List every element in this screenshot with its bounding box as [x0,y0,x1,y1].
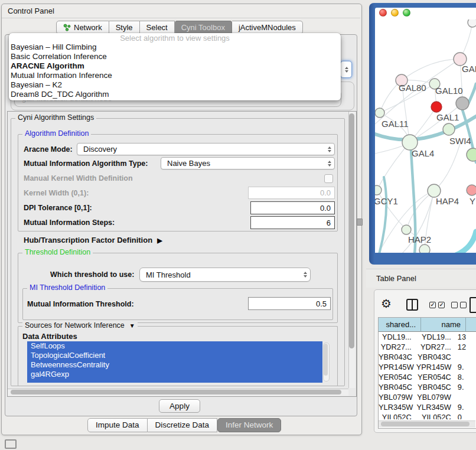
table-cell: YDL19... [379,332,416,342]
algorithm-popup-item[interactable]: Basic Correlation Inference [9,52,341,61]
network-edge [377,142,410,190]
table-cell: YER054C [416,372,456,382]
column-header-partial[interactable] [466,318,476,332]
mi-threshold-label: Mutual Information Threshold: [27,300,134,308]
algorithm-combobox-stepper[interactable] [340,61,352,78]
dock-panel-icon[interactable] [5,439,17,449]
mi-steps-field[interactable]: 6 [250,216,335,229]
attributes-list-scrollbar-thumb[interactable] [324,344,328,376]
which-threshold-value: MI Threshold [146,270,191,279]
mi-type-combobox[interactable]: Naive Bayes [161,157,335,169]
node-red[interactable] [431,102,442,112]
tab-jactivemnodules[interactable]: jActiveMNodules [232,21,303,34]
table-cell: YBL079W [379,392,416,402]
attribute-list-item[interactable]: TopologicalCoefficient [27,351,322,360]
algorithm-definition-title: Algorithm Definition [22,129,91,138]
table-body: YDL19...YDL19...13YDR27...YDR27...12YBR0… [379,332,476,419]
cyni-algorithm-settings-title: Cyni Algorithm Settings [15,113,96,122]
hub-expander[interactable]: Hub/Transcription Factor Definition▶ [24,236,162,244]
column-header-shared-name[interactable]: shared... [379,318,421,332]
settings-horizontal-scrollbar-thumb[interactable] [11,390,341,394]
gear-icon[interactable]: ⚙ [381,298,392,309]
panel-divider-handle[interactable] [357,219,363,226]
node-salmon[interactable] [467,185,476,195]
table-row[interactable]: YBL079WYBL079W [379,392,476,402]
minimize-traffic-light[interactable] [391,9,399,17]
zoom-traffic-light[interactable] [403,9,410,17]
algorithm-popup-item[interactable]: ARACNE Algorithm [9,61,341,71]
mi-type-label: Mutual Information Algorithm Type: [24,159,148,168]
network-canvas[interactable]: GALGAL80GAL10GAL11GAL1GAL4SWI4GCY1HAP4YH… [375,19,476,253]
settings-vertical-scrollbar-thumb[interactable] [349,113,354,348]
node-gray[interactable] [456,97,469,110]
deselect-all-checkbox-icon2[interactable] [460,302,467,308]
network-edge [434,142,461,191]
page-icon[interactable] [470,297,476,313]
table-row[interactable]: YBR045CYBR045C9. [379,382,476,392]
algorithm-popup-item[interactable]: Bayesian – Hill Climbing [9,43,341,52]
which-threshold-combobox[interactable]: MI Threshold [139,268,311,282]
node-table: shared... name YDL19...YDL19...13YDR27..… [378,317,476,429]
tab-network[interactable]: Network [56,21,109,34]
select-all-checkbox-icon[interactable]: ✓ [429,302,436,308]
node-label: GAL10 [435,86,463,96]
select-all-checkbox-icon2[interactable]: ✓ [438,302,445,308]
table-row[interactable]: YER054CYER054C8. [379,372,476,382]
node-hap2[interactable] [402,225,411,234]
column-header-name[interactable]: name [421,318,466,332]
node-gal1[interactable] [443,123,455,135]
control-panel-title: Control Panel [8,6,54,15]
node-top-partial[interactable] [468,19,476,27]
apply-button[interactable]: Apply [159,399,200,413]
table-row[interactable]: YPR145WYPR145W9. [379,362,476,372]
kernel-width-label: Kernel Width (0,1): [24,189,89,197]
table-cell: YBR043C [416,352,456,362]
node-label: GCY1 [375,196,398,206]
node-gcy1[interactable] [375,185,382,195]
show-columns-icon[interactable] [406,299,418,311]
tab-impute-data[interactable]: Impute Data [87,418,148,432]
attribute-list-item[interactable]: BetweennessCentrality [27,360,322,370]
table-cell [456,352,476,362]
node-swi4[interactable] [467,148,476,161]
mi-steps-label: Mutual Information Steps: [24,219,115,227]
kernel-width-field[interactable]: 0.0 [248,187,335,199]
table-cell: YPR145W [416,362,456,372]
data-attributes-list[interactable]: SelfLoopsTopologicalCoefficientBetweenne… [27,341,322,383]
table-horizontal-scrollbar-thumb[interactable] [381,422,470,426]
table-cell: YBR045C [416,382,456,392]
sources-group-title[interactable]: Sources for Network Inference▼ [22,321,138,330]
tab-infer-network[interactable]: Infer Network [217,418,281,432]
mi-threshold-field[interactable]: 0.5 [248,297,331,310]
table-row[interactable]: YIL052CYIL052C0 [379,412,476,419]
node-gal11[interactable] [375,108,384,118]
dpi-tolerance-field[interactable]: 0.0 [250,201,335,214]
table-cell: YLR345W [416,402,456,412]
data-attributes-label: Data Attributes [22,332,77,341]
attribute-list-item[interactable]: SelfLoops [27,341,322,351]
manual-kernel-checkbox[interactable] [324,174,333,183]
table-row[interactable]: YLR345WYLR345W9. [379,402,476,412]
table-cell: 8. [456,372,476,382]
node-bottom-partial[interactable] [419,244,430,253]
node-label: HAP2 [408,234,431,244]
table-row[interactable]: YDL19...YDL19...13 [379,332,476,342]
attribute-list-item[interactable]: gal4RGexp [27,370,322,379]
algorithm-popup-item[interactable]: Mutual Information Inference [9,71,341,80]
algorithm-popup-item[interactable]: Dream8 DC_TDC Algorithm [9,90,341,99]
tab-select[interactable]: Select [140,21,175,34]
aracne-mode-combobox[interactable]: Discovery [77,143,335,155]
close-traffic-light[interactable] [379,9,387,17]
table-row[interactable]: YDR27...YDR27...12 [379,342,476,352]
algorithm-popup-item[interactable]: Bayesian – K2 [9,80,341,90]
deselect-all-checkbox-icon[interactable] [451,302,458,308]
node-hap4[interactable] [428,184,441,197]
node-label: GAL80 [399,83,426,93]
dpi-tolerance-label: DPI Tolerance [0,1]: [24,204,92,212]
expander-down-icon: ▼ [129,322,135,329]
mi-type-value: Naive Bayes [167,159,210,168]
table-row[interactable]: YBR043CYBR043C [379,352,476,362]
tab-discretize-data[interactable]: Discretize Data [148,418,218,432]
tab-cyni-toolbox[interactable]: Cyni Toolbox [175,21,232,34]
tab-style[interactable]: Style [109,21,140,34]
